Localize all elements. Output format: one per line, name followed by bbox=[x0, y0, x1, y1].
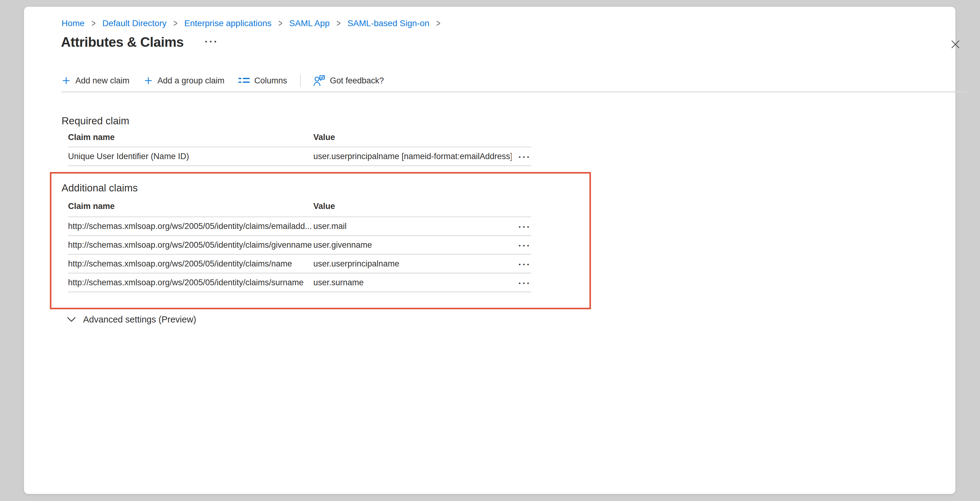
table-header-row: Claim name Value bbox=[68, 196, 531, 217]
row-menu-icon[interactable]: ••• bbox=[519, 242, 531, 249]
table-row[interactable]: http://schemas.xmlsoap.org/ws/2005/05/id… bbox=[68, 255, 531, 274]
column-header-value: Value bbox=[313, 202, 512, 211]
more-options-button[interactable]: ••• bbox=[205, 38, 219, 45]
claim-name-cell: http://schemas.xmlsoap.org/ws/2005/05/id… bbox=[68, 221, 313, 231]
chevron-right-icon: > bbox=[173, 18, 177, 29]
required-claim-heading: Required claim bbox=[62, 115, 129, 127]
advanced-settings-label: Advanced settings (Preview) bbox=[83, 315, 196, 324]
additional-claims-heading: Additional claims bbox=[62, 182, 138, 194]
plus-icon bbox=[62, 76, 71, 85]
column-header-claim-name: Claim name bbox=[68, 133, 313, 142]
columns-button[interactable]: Columns bbox=[239, 76, 287, 86]
row-menu-icon[interactable]: ••• bbox=[519, 154, 531, 160]
breadcrumb-item-default-directory[interactable]: Default Directory bbox=[102, 19, 167, 28]
advanced-settings-toggle[interactable]: Advanced settings (Preview) bbox=[67, 315, 196, 324]
table-row[interactable]: http://schemas.xmlsoap.org/ws/2005/05/id… bbox=[68, 274, 531, 293]
plus-icon bbox=[144, 76, 153, 85]
claim-value-cell: user.userprincipalname bbox=[313, 259, 512, 269]
chevron-right-icon: > bbox=[436, 18, 440, 29]
table-header-row: Claim name Value bbox=[68, 128, 531, 147]
required-claim-table: Claim name Value Unique User Identifier … bbox=[68, 128, 531, 166]
toolbar-rule bbox=[62, 91, 967, 92]
got-feedback-button[interactable]: Got feedback? bbox=[313, 75, 384, 86]
claim-name-cell: http://schemas.xmlsoap.org/ws/2005/05/id… bbox=[68, 259, 313, 269]
columns-label: Columns bbox=[254, 76, 287, 86]
chevron-right-icon: > bbox=[336, 18, 340, 29]
claim-value-cell: user.userprincipalname [nameid-format:em… bbox=[313, 152, 512, 161]
claim-name-cell: http://schemas.xmlsoap.org/ws/2005/05/id… bbox=[68, 240, 313, 250]
breadcrumb-item-saml-based-sign-on[interactable]: SAML-based Sign-on bbox=[347, 19, 430, 28]
add-new-claim-button[interactable]: Add new claim bbox=[62, 76, 130, 86]
claim-name-cell: Unique User Identifier (Name ID) bbox=[68, 152, 313, 161]
chevron-right-icon: > bbox=[278, 18, 282, 29]
add-new-claim-label: Add new claim bbox=[75, 76, 130, 86]
breadcrumb-item-enterprise-applications[interactable]: Enterprise applications bbox=[185, 19, 272, 28]
chevron-right-icon: > bbox=[91, 18, 95, 29]
row-menu-icon[interactable]: ••• bbox=[519, 261, 531, 268]
chevron-down-icon bbox=[67, 317, 76, 322]
attributes-claims-panel: Home > Default Directory > Enterprise ap… bbox=[24, 7, 955, 494]
table-row[interactable]: Unique User Identifier (Name ID) user.us… bbox=[68, 147, 531, 166]
page-title: Attributes & Claims bbox=[61, 35, 184, 50]
column-header-value: Value bbox=[313, 133, 512, 142]
row-menu-icon[interactable]: ••• bbox=[519, 224, 531, 230]
table-row[interactable]: http://schemas.xmlsoap.org/ws/2005/05/id… bbox=[68, 236, 531, 255]
columns-icon bbox=[239, 76, 250, 84]
breadcrumb: Home > Default Directory > Enterprise ap… bbox=[62, 19, 441, 28]
add-group-claim-label: Add a group claim bbox=[158, 76, 225, 86]
additional-claims-table: Claim name Value http://schemas.xmlsoap.… bbox=[68, 196, 531, 293]
claim-name-cell: http://schemas.xmlsoap.org/ws/2005/05/id… bbox=[68, 278, 313, 288]
close-icon bbox=[950, 39, 961, 49]
command-bar: Add new claim Add a group claim Columns bbox=[62, 73, 384, 89]
claim-value-cell: user.mail bbox=[313, 221, 512, 231]
claim-value-cell: user.givenname bbox=[313, 240, 512, 250]
toolbar-divider bbox=[300, 74, 301, 87]
feedback-icon bbox=[313, 75, 325, 86]
add-group-claim-button[interactable]: Add a group claim bbox=[144, 76, 225, 86]
column-header-claim-name: Claim name bbox=[68, 202, 313, 211]
breadcrumb-item-saml-app[interactable]: SAML App bbox=[290, 19, 329, 28]
claim-value-cell: user.surname bbox=[313, 278, 512, 288]
row-menu-icon[interactable]: ••• bbox=[519, 280, 531, 286]
close-button[interactable] bbox=[947, 36, 963, 52]
table-row[interactable]: http://schemas.xmlsoap.org/ws/2005/05/id… bbox=[68, 217, 531, 236]
breadcrumb-item-home[interactable]: Home bbox=[62, 19, 84, 28]
got-feedback-label: Got feedback? bbox=[330, 76, 384, 86]
